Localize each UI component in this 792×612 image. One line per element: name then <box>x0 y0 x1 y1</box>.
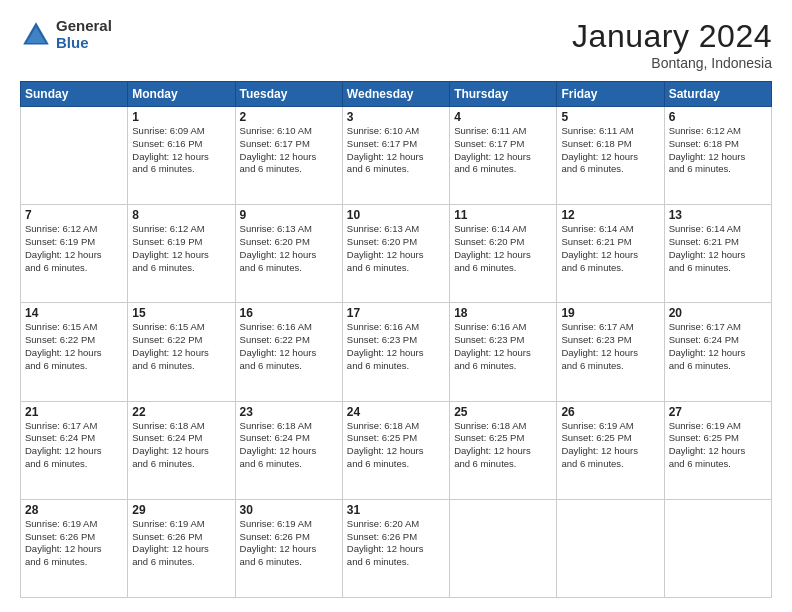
table-row: 22Sunrise: 6:18 AM Sunset: 6:24 PM Dayli… <box>128 401 235 499</box>
table-row: 25Sunrise: 6:18 AM Sunset: 6:25 PM Dayli… <box>450 401 557 499</box>
calendar-week-row: 7Sunrise: 6:12 AM Sunset: 6:19 PM Daylig… <box>21 205 772 303</box>
day-info: Sunrise: 6:20 AM Sunset: 6:26 PM Dayligh… <box>347 518 445 569</box>
day-number: 25 <box>454 405 552 419</box>
col-saturday: Saturday <box>664 82 771 107</box>
logo-blue-label: Blue <box>56 35 112 52</box>
location: Bontang, Indonesia <box>572 55 772 71</box>
table-row: 11Sunrise: 6:14 AM Sunset: 6:20 PM Dayli… <box>450 205 557 303</box>
month-title: January 2024 <box>572 18 772 55</box>
page: General Blue January 2024 Bontang, Indon… <box>0 0 792 612</box>
table-row: 24Sunrise: 6:18 AM Sunset: 6:25 PM Dayli… <box>342 401 449 499</box>
day-number: 24 <box>347 405 445 419</box>
title-block: January 2024 Bontang, Indonesia <box>572 18 772 71</box>
day-info: Sunrise: 6:11 AM Sunset: 6:17 PM Dayligh… <box>454 125 552 176</box>
table-row: 27Sunrise: 6:19 AM Sunset: 6:25 PM Dayli… <box>664 401 771 499</box>
day-number: 15 <box>132 306 230 320</box>
day-number: 12 <box>561 208 659 222</box>
table-row: 3Sunrise: 6:10 AM Sunset: 6:17 PM Daylig… <box>342 107 449 205</box>
table-row: 6Sunrise: 6:12 AM Sunset: 6:18 PM Daylig… <box>664 107 771 205</box>
day-number: 31 <box>347 503 445 517</box>
day-info: Sunrise: 6:14 AM Sunset: 6:21 PM Dayligh… <box>669 223 767 274</box>
table-row: 30Sunrise: 6:19 AM Sunset: 6:26 PM Dayli… <box>235 499 342 597</box>
day-number: 26 <box>561 405 659 419</box>
day-info: Sunrise: 6:19 AM Sunset: 6:25 PM Dayligh… <box>669 420 767 471</box>
day-info: Sunrise: 6:18 AM Sunset: 6:25 PM Dayligh… <box>347 420 445 471</box>
table-row: 21Sunrise: 6:17 AM Sunset: 6:24 PM Dayli… <box>21 401 128 499</box>
day-number: 21 <box>25 405 123 419</box>
day-info: Sunrise: 6:10 AM Sunset: 6:17 PM Dayligh… <box>240 125 338 176</box>
table-row: 20Sunrise: 6:17 AM Sunset: 6:24 PM Dayli… <box>664 303 771 401</box>
day-number: 9 <box>240 208 338 222</box>
table-row: 1Sunrise: 6:09 AM Sunset: 6:16 PM Daylig… <box>128 107 235 205</box>
col-sunday: Sunday <box>21 82 128 107</box>
day-info: Sunrise: 6:09 AM Sunset: 6:16 PM Dayligh… <box>132 125 230 176</box>
day-info: Sunrise: 6:17 AM Sunset: 6:24 PM Dayligh… <box>25 420 123 471</box>
table-row: 19Sunrise: 6:17 AM Sunset: 6:23 PM Dayli… <box>557 303 664 401</box>
day-info: Sunrise: 6:12 AM Sunset: 6:18 PM Dayligh… <box>669 125 767 176</box>
table-row: 5Sunrise: 6:11 AM Sunset: 6:18 PM Daylig… <box>557 107 664 205</box>
day-info: Sunrise: 6:15 AM Sunset: 6:22 PM Dayligh… <box>25 321 123 372</box>
day-number: 6 <box>669 110 767 124</box>
day-info: Sunrise: 6:16 AM Sunset: 6:22 PM Dayligh… <box>240 321 338 372</box>
day-number: 20 <box>669 306 767 320</box>
table-row <box>664 499 771 597</box>
table-row: 2Sunrise: 6:10 AM Sunset: 6:17 PM Daylig… <box>235 107 342 205</box>
day-info: Sunrise: 6:11 AM Sunset: 6:18 PM Dayligh… <box>561 125 659 176</box>
table-row: 17Sunrise: 6:16 AM Sunset: 6:23 PM Dayli… <box>342 303 449 401</box>
table-row: 18Sunrise: 6:16 AM Sunset: 6:23 PM Dayli… <box>450 303 557 401</box>
day-number: 17 <box>347 306 445 320</box>
day-info: Sunrise: 6:19 AM Sunset: 6:26 PM Dayligh… <box>240 518 338 569</box>
day-info: Sunrise: 6:17 AM Sunset: 6:23 PM Dayligh… <box>561 321 659 372</box>
table-row: 29Sunrise: 6:19 AM Sunset: 6:26 PM Dayli… <box>128 499 235 597</box>
day-number: 27 <box>669 405 767 419</box>
header: General Blue January 2024 Bontang, Indon… <box>20 18 772 71</box>
day-number: 22 <box>132 405 230 419</box>
table-row: 8Sunrise: 6:12 AM Sunset: 6:19 PM Daylig… <box>128 205 235 303</box>
table-row: 4Sunrise: 6:11 AM Sunset: 6:17 PM Daylig… <box>450 107 557 205</box>
day-info: Sunrise: 6:13 AM Sunset: 6:20 PM Dayligh… <box>347 223 445 274</box>
day-info: Sunrise: 6:15 AM Sunset: 6:22 PM Dayligh… <box>132 321 230 372</box>
day-number: 19 <box>561 306 659 320</box>
table-row: 9Sunrise: 6:13 AM Sunset: 6:20 PM Daylig… <box>235 205 342 303</box>
day-number: 7 <box>25 208 123 222</box>
table-row: 28Sunrise: 6:19 AM Sunset: 6:26 PM Dayli… <box>21 499 128 597</box>
day-number: 2 <box>240 110 338 124</box>
day-info: Sunrise: 6:16 AM Sunset: 6:23 PM Dayligh… <box>347 321 445 372</box>
logo-general-label: General <box>56 18 112 35</box>
day-number: 13 <box>669 208 767 222</box>
calendar-week-row: 21Sunrise: 6:17 AM Sunset: 6:24 PM Dayli… <box>21 401 772 499</box>
day-number: 1 <box>132 110 230 124</box>
day-info: Sunrise: 6:19 AM Sunset: 6:26 PM Dayligh… <box>132 518 230 569</box>
table-row: 15Sunrise: 6:15 AM Sunset: 6:22 PM Dayli… <box>128 303 235 401</box>
day-number: 5 <box>561 110 659 124</box>
calendar-week-row: 14Sunrise: 6:15 AM Sunset: 6:22 PM Dayli… <box>21 303 772 401</box>
day-number: 10 <box>347 208 445 222</box>
table-row: 26Sunrise: 6:19 AM Sunset: 6:25 PM Dayli… <box>557 401 664 499</box>
logo: General Blue <box>20 18 112 51</box>
day-info: Sunrise: 6:13 AM Sunset: 6:20 PM Dayligh… <box>240 223 338 274</box>
day-info: Sunrise: 6:18 AM Sunset: 6:25 PM Dayligh… <box>454 420 552 471</box>
table-row <box>21 107 128 205</box>
table-row: 23Sunrise: 6:18 AM Sunset: 6:24 PM Dayli… <box>235 401 342 499</box>
logo-text: General Blue <box>56 18 112 51</box>
calendar-header-row: Sunday Monday Tuesday Wednesday Thursday… <box>21 82 772 107</box>
col-thursday: Thursday <box>450 82 557 107</box>
day-info: Sunrise: 6:16 AM Sunset: 6:23 PM Dayligh… <box>454 321 552 372</box>
col-friday: Friday <box>557 82 664 107</box>
day-number: 11 <box>454 208 552 222</box>
day-number: 14 <box>25 306 123 320</box>
calendar-week-row: 1Sunrise: 6:09 AM Sunset: 6:16 PM Daylig… <box>21 107 772 205</box>
day-number: 29 <box>132 503 230 517</box>
logo-icon <box>20 19 52 51</box>
day-info: Sunrise: 6:17 AM Sunset: 6:24 PM Dayligh… <box>669 321 767 372</box>
day-info: Sunrise: 6:12 AM Sunset: 6:19 PM Dayligh… <box>25 223 123 274</box>
day-info: Sunrise: 6:19 AM Sunset: 6:25 PM Dayligh… <box>561 420 659 471</box>
day-number: 16 <box>240 306 338 320</box>
day-info: Sunrise: 6:10 AM Sunset: 6:17 PM Dayligh… <box>347 125 445 176</box>
calendar-week-row: 28Sunrise: 6:19 AM Sunset: 6:26 PM Dayli… <box>21 499 772 597</box>
table-row: 12Sunrise: 6:14 AM Sunset: 6:21 PM Dayli… <box>557 205 664 303</box>
day-number: 8 <box>132 208 230 222</box>
table-row: 31Sunrise: 6:20 AM Sunset: 6:26 PM Dayli… <box>342 499 449 597</box>
day-info: Sunrise: 6:18 AM Sunset: 6:24 PM Dayligh… <box>132 420 230 471</box>
col-wednesday: Wednesday <box>342 82 449 107</box>
